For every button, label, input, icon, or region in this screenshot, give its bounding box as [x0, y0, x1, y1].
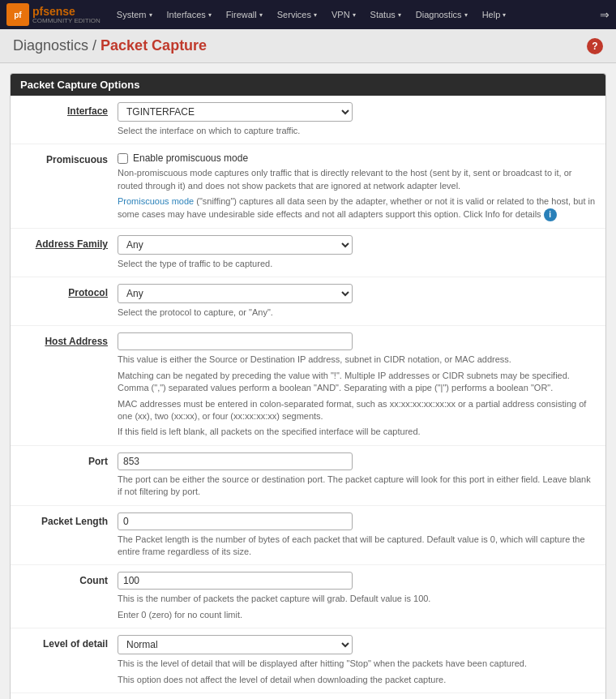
interface-row: Interface TGINTERFACE Select the interfa… [11, 96, 605, 144]
interface-content: TGINTERFACE Select the interface on whic… [118, 102, 596, 137]
chevron-down-icon: ▾ [259, 11, 263, 19]
protocol-row: Protocol Any TCP UDP ICMP Select the pro… [11, 277, 605, 326]
host-address-desc3: MAC addresses must be entered in colon-s… [118, 398, 596, 423]
promiscuous-desc2: Promiscuous mode ("sniffing") captures a… [118, 195, 596, 221]
protocol-select[interactable]: Any TCP UDP ICMP [118, 284, 353, 303]
level-of-detail-label: Level of detail [20, 635, 118, 650]
nav-item-vpn[interactable]: VPN ▾ [325, 6, 362, 23]
address-family-description: Select the type of traffic to be capture… [118, 258, 596, 270]
chevron-down-icon: ▾ [464, 11, 468, 19]
breadcrumb-current: Packet Capture [101, 37, 207, 54]
app-logo[interactable]: pf pfsense COMMUNITY EDITION [6, 3, 101, 26]
count-desc1: This is the number of packets the packet… [118, 593, 596, 605]
count-input[interactable] [118, 572, 353, 590]
promiscuous-checkbox[interactable] [118, 153, 128, 164]
breadcrumb-text: Diagnostics / Packet Capture [13, 37, 207, 54]
nav-item-firewall[interactable]: Firewall ▾ [220, 6, 269, 23]
main-content: Packet Capture Options Interface TGINTER… [0, 63, 616, 699]
host-address-desc1: This value is either the Source or Desti… [118, 354, 596, 366]
port-content: The port can be either the source or des… [118, 452, 596, 499]
promiscuous-row: Promiscuous Enable promiscuous mode Non-… [11, 144, 605, 228]
count-label: Count [20, 572, 118, 586]
packet-length-input[interactable] [118, 512, 353, 530]
host-address-desc4: If this field is left blank, all packets… [118, 426, 596, 438]
help-icon[interactable]: ? [587, 38, 603, 54]
chevron-down-icon: ▾ [503, 11, 506, 19]
top-navigation: pf pfsense COMMUNITY EDITION System ▾ In… [0, 0, 616, 29]
packet-length-row: Packet Length The Packet length is the n… [11, 506, 605, 566]
promiscuous-mode-link[interactable]: Promiscuous mode [118, 196, 194, 206]
count-content: This is the number of packets the packet… [118, 572, 596, 621]
logo-text: pfsense [32, 5, 75, 18]
interface-select[interactable]: TGINTERFACE [118, 102, 353, 122]
protocol-label: Protocol [20, 284, 118, 298]
nav-item-services[interactable]: Services ▾ [271, 6, 323, 23]
address-family-label: Address Family [20, 235, 118, 250]
breadcrumb-parent[interactable]: Diagnostics [13, 37, 88, 54]
chevron-down-icon: ▾ [353, 11, 356, 19]
chevron-down-icon: ▾ [208, 11, 212, 19]
card-header: Packet Capture Options [11, 74, 605, 96]
logo-icon: pf [6, 3, 29, 26]
promiscuous-content: Enable promiscuous mode Non-promiscuous … [118, 151, 596, 221]
nav-item-system[interactable]: System ▾ [110, 6, 159, 23]
level-of-detail-desc1: This is the level of detail that will be… [118, 658, 596, 670]
port-description: The port can be either the source or des… [118, 474, 596, 499]
port-label: Port [20, 452, 118, 467]
chevron-down-icon: ▾ [149, 11, 152, 19]
count-row: Count This is the number of packets the … [11, 565, 605, 628]
info-icon[interactable]: i [544, 208, 557, 221]
promiscuous-checkbox-row: Enable promiscuous mode [118, 152, 596, 164]
reverse-dns-row: Reverse DNS Lookup Do reverse DNS lookup… [11, 693, 605, 699]
address-family-select[interactable]: Any IPv4 IPv6 [118, 235, 353, 255]
breadcrumb-separator: / [92, 37, 101, 54]
nav-power-icon[interactable]: ⇒ [600, 8, 610, 21]
chevron-down-icon: ▾ [398, 11, 401, 19]
logo-subtext: COMMUNITY EDITION [32, 18, 101, 24]
nav-item-help[interactable]: Help ▾ [476, 6, 513, 23]
host-address-desc2: Matching can be negated by preceding the… [118, 370, 596, 395]
promiscuous-checkbox-label[interactable]: Enable promiscuous mode [133, 152, 248, 164]
level-of-detail-content: Normal Medium High Full This is the leve… [118, 635, 596, 686]
nav-item-interfaces[interactable]: Interfaces ▾ [160, 6, 218, 23]
port-input[interactable] [118, 452, 353, 470]
nav-menu: System ▾ Interfaces ▾ Firewall ▾ Service… [110, 6, 512, 23]
protocol-description: Select the protocol to capture, or "Any"… [118, 307, 596, 319]
nav-item-diagnostics[interactable]: Diagnostics ▾ [409, 6, 474, 23]
chevron-down-icon: ▾ [314, 11, 317, 19]
packet-length-label: Packet Length [20, 512, 118, 527]
level-of-detail-select[interactable]: Normal Medium High Full [118, 635, 353, 654]
port-row: Port The port can be either the source o… [11, 446, 605, 506]
host-address-label: Host Address [20, 332, 118, 347]
promiscuous-label: Promiscuous [20, 151, 118, 165]
interface-description: Select the interface on which to capture… [118, 125, 596, 137]
packet-capture-options-card: Packet Capture Options Interface TGINTER… [10, 73, 606, 699]
address-family-row: Address Family Any IPv4 IPv6 Select the … [11, 229, 605, 277]
packet-length-description: The Packet length is the number of bytes… [118, 534, 596, 559]
breadcrumb: Diagnostics / Packet Capture ? [0, 29, 616, 63]
count-desc2: Enter 0 (zero) for no count limit. [118, 609, 596, 621]
interface-label: Interface [20, 102, 118, 117]
address-family-content: Any IPv4 IPv6 Select the type of traffic… [118, 235, 596, 270]
protocol-content: Any TCP UDP ICMP Select the protocol to … [118, 284, 596, 319]
host-address-content: This value is either the Source or Desti… [118, 332, 596, 438]
promiscuous-desc1: Non-promiscuous mode captures only traff… [118, 167, 596, 192]
level-of-detail-desc2: This option does not affect the level of… [118, 674, 596, 686]
nav-item-status[interactable]: Status ▾ [364, 6, 408, 23]
packet-length-content: The Packet length is the number of bytes… [118, 512, 596, 559]
level-of-detail-row: Level of detail Normal Medium High Full … [11, 628, 605, 693]
host-address-row: Host Address This value is either the So… [11, 326, 605, 445]
host-address-input[interactable] [118, 332, 353, 350]
